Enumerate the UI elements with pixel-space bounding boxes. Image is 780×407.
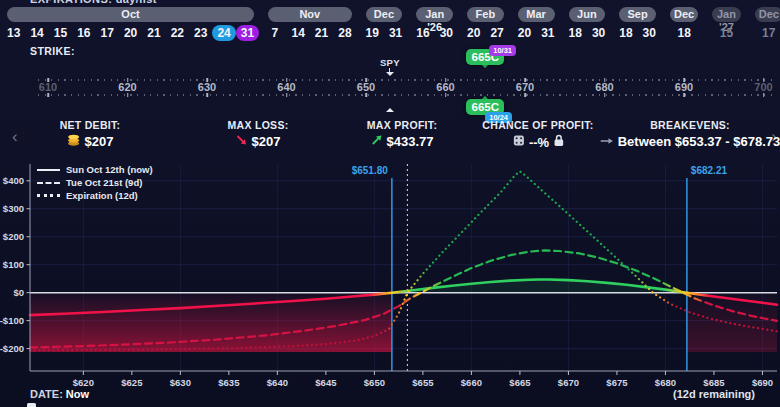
y-axis-tick-label: -$100: [0, 315, 24, 326]
y-axis-tick-label: $100: [3, 259, 24, 270]
legend-line-sample: [37, 194, 60, 197]
legend-line-sample: [37, 182, 60, 184]
x-axis-tick-label: $680: [655, 377, 676, 388]
legend-line-sample: [37, 169, 60, 171]
date-bar[interactable]: DATE: Now: [30, 388, 89, 400]
x-axis-tick-label: $640: [267, 377, 288, 388]
x-axis-tick-label: $620: [73, 377, 94, 388]
date-label: DATE:: [30, 388, 63, 400]
x-axis-tick-label: $675: [606, 377, 628, 388]
x-axis-tick-label: $650: [364, 377, 385, 388]
price-marker-label: $651.80: [352, 165, 389, 176]
x-axis-tick-label: $635: [218, 377, 240, 388]
legend-item: Tue Oct 21st (9d): [37, 176, 153, 189]
x-axis-tick-label: $685: [703, 377, 725, 388]
days-remaining-label: (12d remaining): [673, 388, 755, 400]
y-axis-tick-label: $200: [3, 231, 24, 242]
legend-item: Expiration (12d): [37, 189, 153, 202]
x-axis-tick-label: $660: [461, 377, 482, 388]
date-slider-handle[interactable]: [27, 403, 36, 407]
payoff-chart: $651.80$682.21$620$625$630$635$640$645$6…: [0, 0, 780, 407]
x-axis-tick-label: $645: [315, 377, 337, 388]
price-marker-label: $682.21: [691, 165, 728, 176]
x-axis-tick-label: $625: [121, 377, 143, 388]
date-value: Now: [66, 388, 89, 400]
x-axis-tick-label: $690: [752, 377, 773, 388]
y-axis-tick-label: $400: [3, 175, 24, 186]
options-trade-screen: EXPIRATIONS: day/list Oct131415161720212…: [0, 0, 780, 407]
legend-label: Sun Oct 12th (now): [66, 164, 153, 175]
y-axis-tick-label: -$200: [0, 343, 24, 354]
y-axis-tick-label: $300: [3, 203, 24, 214]
x-axis-tick-label: $655: [412, 377, 434, 388]
loss-region-left: [30, 293, 392, 352]
y-axis-tick-label: $0: [13, 287, 24, 298]
legend-label: Tue Oct 21st (9d): [66, 177, 142, 188]
payoff-chart-svg: $651.80$682.21$620$625$630$635$640$645$6…: [0, 0, 780, 407]
x-axis-tick-label: $665: [509, 377, 531, 388]
chart-legend: Sun Oct 12th (now)Tue Oct 21st (9d)Expir…: [37, 163, 153, 202]
legend-label: Expiration (12d): [66, 190, 138, 201]
legend-item: Sun Oct 12th (now): [37, 163, 153, 176]
x-axis-tick-label: $630: [170, 377, 191, 388]
x-axis-tick-label: $670: [558, 377, 579, 388]
